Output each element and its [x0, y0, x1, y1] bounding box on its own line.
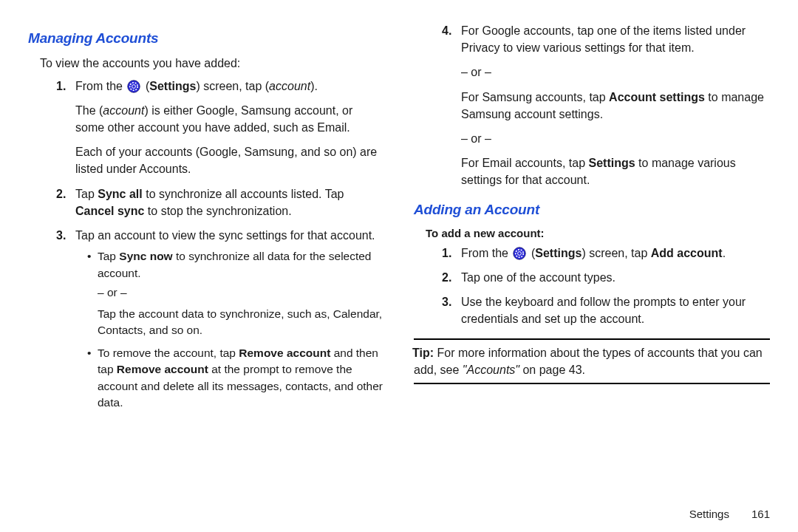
step-paragraph: – or –: [461, 130, 770, 147]
tip-ref: "Accounts": [463, 364, 519, 376]
column-right: 4.For Google accounts, tap one of the it…: [414, 27, 770, 532]
step-body: From the (Settings) screen, tap Add acco…: [461, 247, 726, 259]
bullet-sub: Tap the account data to synchronize, suc…: [98, 306, 384, 339]
list-step: 4.For Google accounts, tap one of the it…: [445, 22, 770, 189]
step-body: Tap an account to view the sync settings…: [75, 229, 375, 242]
tip-box: Tip: For more information about the type…: [414, 338, 770, 384]
tip-text: Tip: For more information about the type…: [414, 344, 770, 378]
tip-tail: on page 43.: [519, 364, 585, 376]
list-step: 1.From the (Settings) screen, tap Add ac…: [445, 245, 770, 262]
step-body: From the (Settings) screen, tap (account…: [75, 80, 318, 92]
step-paragraph: The (account) is either Google, Samsung …: [75, 102, 384, 136]
step-marker: 2.: [442, 269, 451, 286]
step-marker: 3.: [442, 293, 451, 310]
list-step: 2.Tap Sync all to synchronize all accoun…: [59, 185, 384, 219]
bullet-main: Tap Sync now to synchronize all data for…: [98, 250, 372, 279]
sublabel-add-account: To add a new account:: [426, 225, 770, 242]
step-marker: 1.: [442, 245, 451, 262]
footer-section: Settings: [689, 508, 729, 520]
list-step: 1.From the (Settings) screen, tap (accou…: [59, 78, 384, 178]
step-marker: 3.: [56, 227, 66, 244]
list-step: 3.Use the keyboard and follow the prompt…: [445, 293, 770, 327]
step-body: For Google accounts, tap one of the item…: [461, 24, 746, 54]
settings-icon: [513, 247, 526, 260]
bullet-list: Tap Sync now to synchronize all data for…: [89, 248, 384, 411]
step-marker: 2.: [56, 185, 66, 202]
step-body: Tap one of the account types.: [461, 271, 615, 284]
heading-adding-account: Adding an Account: [414, 200, 770, 220]
step-marker: 4.: [442, 22, 451, 39]
step-paragraph: For Samsung accounts, tap Account settin…: [461, 89, 770, 123]
list-step: 2.Tap one of the account types.: [445, 269, 770, 286]
step-paragraph: For Email accounts, tap Settings to mana…: [461, 154, 770, 188]
steps-right-cont: 4.For Google accounts, tap one of the it…: [445, 22, 770, 189]
heading-managing-accounts: Managing Accounts: [28, 28, 384, 49]
tip-label: Tip:: [412, 347, 434, 359]
step-body: Tap Sync all to synchronize all accounts…: [75, 188, 344, 217]
step-marker: 1.: [56, 78, 66, 95]
bullet-item: To remove the account, tap Remove accoun…: [89, 345, 384, 412]
bullet-or: – or –: [98, 284, 384, 301]
settings-icon: [127, 80, 140, 93]
column-left: Managing Accounts To view the accounts y…: [28, 27, 384, 532]
intro-text: To view the accounts you have added:: [40, 55, 384, 72]
page: Managing Accounts To view the accounts y…: [0, 0, 798, 532]
step-paragraph: Each of your accounts (Google, Samsung, …: [75, 143, 384, 177]
svg-point-5: [518, 251, 522, 255]
step-paragraph: – or –: [461, 64, 770, 81]
footer-page: 161: [751, 508, 770, 520]
bullet-item: Tap Sync now to synchronize all data for…: [89, 248, 384, 338]
bullet-main: To remove the account, tap Remove accoun…: [98, 347, 383, 409]
footer: Settings161: [689, 508, 770, 520]
steps-right: 1.From the (Settings) screen, tap Add ac…: [445, 245, 770, 328]
list-step: 3.Tap an account to view the sync settin…: [59, 227, 384, 411]
svg-point-2: [132, 84, 136, 88]
steps-left: 1.From the (Settings) screen, tap (accou…: [59, 78, 384, 412]
step-body: Use the keyboard and follow the prompts …: [461, 296, 746, 325]
